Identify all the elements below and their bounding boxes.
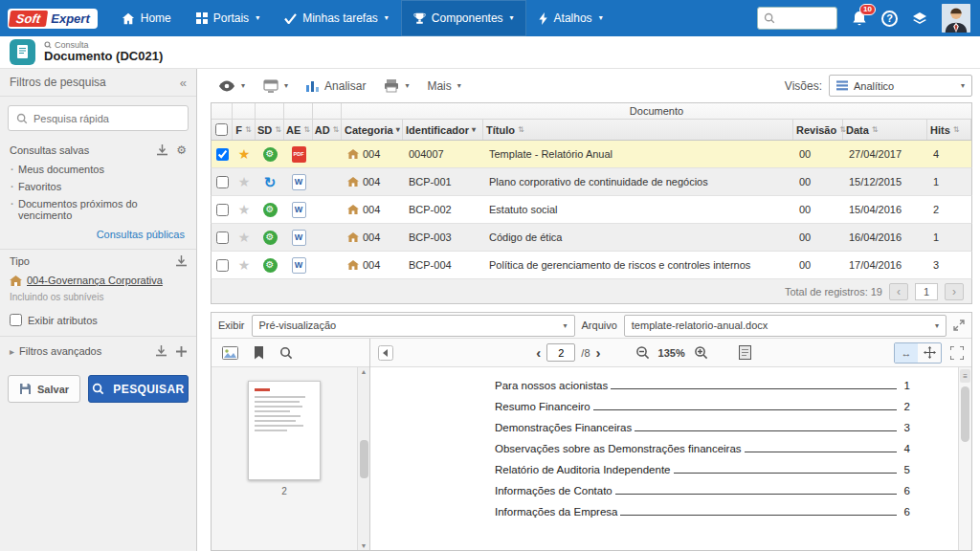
quick-search-input[interactable] — [33, 113, 180, 124]
favorite-star-icon[interactable]: ★ — [238, 147, 251, 161]
saved-query-favoritos[interactable]: Favoritos — [0, 178, 196, 195]
export-queries-icon[interactable] — [157, 144, 167, 156]
fit-page-icon[interactable] — [739, 345, 751, 360]
analyze-button[interactable]: Analisar — [299, 74, 373, 99]
advanced-filters-row[interactable]: ▸ Filtros avançados — [0, 336, 196, 365]
doc-file-icon[interactable]: W — [292, 202, 306, 218]
horizontal-scroll-tool[interactable]: ↔ — [895, 343, 918, 363]
global-search-input[interactable] — [779, 12, 831, 24]
previous-page-icon[interactable]: ‹ — [536, 345, 541, 360]
page-thumbnail[interactable] — [248, 381, 321, 480]
user-avatar[interactable] — [942, 3, 970, 33]
views-select[interactable]: Analítico ▾ — [829, 75, 972, 97]
notifications-button[interactable]: 10 — [852, 11, 867, 27]
cell-data: 15/04/2016 — [843, 196, 927, 223]
pdf-file-icon[interactable]: PDF — [292, 146, 306, 163]
print-button[interactable]: ▾ — [376, 74, 416, 99]
scroll-up-icon[interactable]: ▲ — [361, 368, 368, 375]
row-checkbox[interactable] — [216, 204, 229, 216]
table-row[interactable]: ★ ↻ W 004 BCP-001 Plano corporativo de c… — [211, 168, 972, 196]
col-revisao[interactable]: Revisão⇅ — [793, 120, 843, 140]
row-checkbox[interactable] — [216, 148, 229, 161]
scrollbar-thumb[interactable] — [961, 386, 969, 442]
row-checkbox[interactable] — [216, 231, 229, 244]
public-queries-link[interactable]: Consultas públicas — [97, 229, 185, 240]
next-page-button[interactable]: › — [945, 283, 964, 300]
search-submit-button[interactable]: PESQUISAR — [88, 375, 189, 403]
view-options-button[interactable]: ▾ — [211, 74, 253, 99]
row-checkbox[interactable] — [216, 176, 229, 188]
doc-file-icon[interactable]: W — [292, 174, 306, 190]
export-filters-icon[interactable] — [156, 345, 167, 357]
favorite-star-icon[interactable]: ★ — [238, 258, 251, 272]
favorite-star-icon[interactable]: ★ — [238, 231, 251, 244]
table-row[interactable]: ★ ⚙ PDF 004 004007 Template - Relatório … — [211, 141, 972, 168]
cell-categoria: 004 — [363, 204, 380, 215]
export-tipo-icon[interactable] — [176, 255, 187, 267]
fullscreen-icon[interactable] — [950, 346, 964, 360]
col-ae[interactable]: AE⇅ — [284, 120, 313, 140]
col-identificador[interactable]: Identificador▾ — [403, 120, 483, 140]
chevron-down-icon: ▾ — [385, 14, 389, 22]
nav-minhas-tarefas[interactable]: Minhas tarefas ▾ — [272, 0, 401, 36]
scroll-down-icon[interactable]: ▼ — [361, 542, 368, 549]
exibir-select[interactable]: Pré-visualização ▾ — [252, 315, 575, 337]
softexpert-logo[interactable]: Soft Expert — [8, 9, 98, 29]
row-checkbox[interactable] — [216, 259, 229, 272]
nav-portais[interactable]: Portais ▾ — [184, 0, 272, 36]
saved-query-vencimento[interactable]: Documentos próximos do vencimento — [0, 195, 163, 224]
thumbnails-icon[interactable] — [222, 346, 238, 360]
saved-query-meus-documentos[interactable]: Meus documentos — [0, 161, 196, 178]
status-released-icon: ⚙ — [263, 231, 278, 245]
doc-file-icon[interactable]: W — [292, 230, 306, 246]
search-icon[interactable] — [279, 346, 293, 360]
pan-tool[interactable] — [918, 343, 941, 363]
thumbnail-scrollbar[interactable]: ▲ ▼ — [357, 367, 369, 550]
nav-atalhos[interactable]: Atalhos ▾ — [526, 0, 615, 36]
zoom-out-icon[interactable] — [635, 345, 650, 360]
next-page-icon[interactable]: › — [596, 345, 601, 360]
status-released-icon: ⚙ — [263, 203, 278, 217]
col-titulo[interactable]: Título⇅ — [483, 120, 793, 140]
document-scrollbar[interactable]: ≡ — [958, 367, 971, 550]
scrollbar-thumb[interactable] — [360, 440, 368, 478]
col-data[interactable]: Data⇅ — [843, 120, 927, 140]
tipo-selected: 004-Governança Corporativa — [0, 271, 196, 288]
nav-componentes[interactable]: Componentes ▾ — [401, 0, 526, 36]
select-all-checkbox[interactable] — [215, 123, 228, 136]
quick-search[interactable] — [8, 105, 189, 131]
nav-home[interactable]: Home — [109, 0, 184, 36]
tipo-value-link[interactable]: 004-Governança Corporativa — [27, 275, 163, 286]
exibir-atributos-checkbox[interactable] — [10, 314, 22, 326]
zoom-in-icon[interactable] — [694, 345, 708, 360]
table-row[interactable]: ★ ⚙ W 004 BCP-004 Política de gerenciame… — [211, 252, 972, 279]
scroll-top-icon[interactable]: ≡ — [960, 369, 970, 383]
global-search[interactable] — [757, 7, 837, 30]
maximize-preview-icon[interactable] — [953, 320, 965, 331]
export-button[interactable]: ▾ — [256, 74, 296, 99]
gear-icon[interactable]: ⚙ — [176, 143, 187, 157]
col-ad[interactable]: AD⇅ — [313, 120, 342, 140]
more-button[interactable]: Mais ▾ — [419, 74, 468, 99]
table-row[interactable]: ★ ⚙ W 004 BCP-002 Estatuto social 00 15/… — [211, 196, 972, 224]
bookmark-icon[interactable] — [254, 346, 264, 360]
page-number-input[interactable] — [546, 343, 575, 362]
arquivo-select[interactable]: template-relatorio-anual.docx ▾ — [624, 315, 947, 337]
logo-soft-text: Soft — [9, 11, 49, 27]
col-f[interactable]: F⇅ — [233, 120, 256, 140]
apps-layers-button[interactable] — [912, 11, 927, 26]
prev-page-button[interactable]: ‹ — [889, 283, 908, 300]
col-sd[interactable]: SD⇅ — [256, 120, 284, 140]
save-button[interactable]: Salvar — [8, 375, 80, 403]
col-categoria[interactable]: Categoria▾ — [342, 120, 403, 140]
favorite-star-icon[interactable]: ★ — [238, 175, 251, 188]
col-hits[interactable]: Hits⇅ — [927, 120, 971, 140]
collapse-sidebar-icon[interactable]: « — [180, 76, 187, 90]
favorite-star-icon[interactable]: ★ — [238, 203, 251, 216]
add-filter-icon[interactable] — [176, 345, 187, 357]
table-row[interactable]: ★ ⚙ W 004 BCP-003 Código de ética 00 16/… — [211, 224, 972, 252]
help-button[interactable]: ? — [881, 11, 898, 27]
horizontal-splitter[interactable] — [211, 304, 972, 312]
toggle-sidebar-icon[interactable] — [378, 345, 393, 361]
doc-file-icon[interactable]: W — [292, 257, 306, 274]
